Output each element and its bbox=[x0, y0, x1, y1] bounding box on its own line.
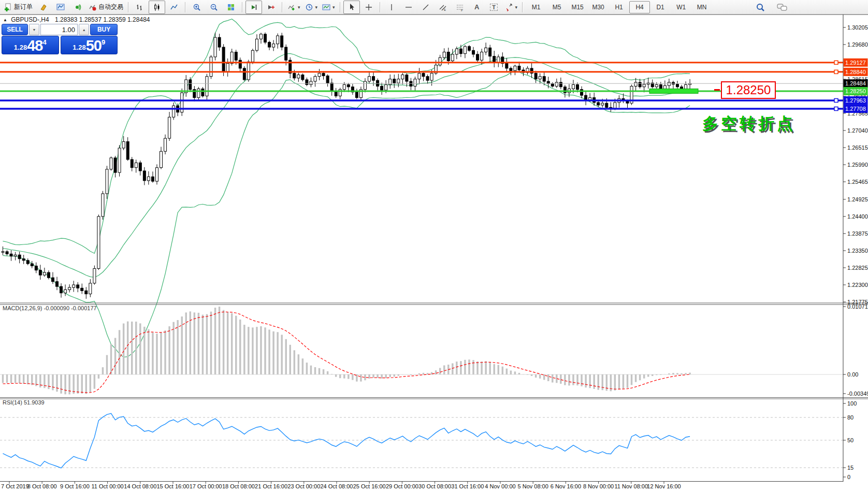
candle-body bbox=[385, 84, 387, 90]
candle-body bbox=[47, 272, 50, 278]
candle-body bbox=[135, 163, 137, 167]
sell-price-display[interactable]: 1.28 48 4 bbox=[2, 36, 59, 54]
time-label: 8 Oct 08:00 bbox=[27, 483, 57, 489]
candle-body bbox=[68, 287, 71, 290]
price-tag-label: 1.28840 bbox=[845, 69, 866, 75]
candle-body bbox=[230, 52, 233, 63]
candle-body bbox=[239, 60, 241, 68]
time-label: 7 Oct 2019 bbox=[1, 483, 29, 489]
volume-decrease-button[interactable]: ▼ bbox=[29, 24, 39, 35]
highlighted-line-segment[interactable] bbox=[649, 89, 698, 93]
time-label: 11 Oct 00:00 bbox=[92, 483, 124, 489]
candle-body bbox=[168, 117, 171, 138]
time-label: 4 Nov 00:00 bbox=[485, 483, 515, 489]
candle-body bbox=[572, 84, 574, 89]
candle-body bbox=[347, 84, 350, 86]
time-label: 8 Nov 00:00 bbox=[583, 483, 614, 489]
volume-input[interactable] bbox=[40, 24, 78, 35]
candle-body bbox=[235, 52, 237, 60]
price-tick-label: 1.23350 bbox=[847, 248, 868, 254]
candle-body bbox=[251, 50, 254, 62]
candle-body bbox=[155, 168, 158, 181]
volume-increase-button[interactable]: ▲ bbox=[79, 24, 89, 35]
chinese-annotation[interactable]: 多空转折点 bbox=[702, 113, 795, 135]
candle-body bbox=[43, 272, 46, 275]
candle-body bbox=[164, 138, 167, 151]
candle-body bbox=[555, 82, 558, 86]
candle-body bbox=[285, 47, 287, 60]
rsi-axis-label: 80 bbox=[847, 414, 853, 421]
candle-body bbox=[451, 54, 454, 61]
candle-body bbox=[410, 81, 412, 86]
candle-body bbox=[147, 177, 150, 181]
candle-body bbox=[110, 158, 112, 169]
price-tag-label: 1.28250 bbox=[845, 88, 866, 94]
macd-indicator-label: MACD(12,26,9) -0.000090 -0.000177 bbox=[3, 305, 97, 311]
candle-body bbox=[326, 76, 329, 83]
one-click-trading-panel: SELL ▼ ▲ BUY 1.28 48 4 1.28 50 9 bbox=[2, 24, 118, 54]
candle-body bbox=[102, 194, 104, 216]
price-tick-label: 1.27040 bbox=[847, 127, 868, 134]
sell-price-base: 1.28 bbox=[14, 44, 27, 51]
candle-body bbox=[443, 52, 445, 57]
candle-body bbox=[543, 77, 545, 81]
candle-body bbox=[659, 84, 662, 89]
candle-body bbox=[139, 163, 141, 171]
candle-body bbox=[534, 73, 537, 79]
candle-body bbox=[306, 80, 308, 84]
candle-body bbox=[676, 84, 678, 87]
candle-body bbox=[597, 103, 600, 105]
candle-body bbox=[39, 270, 41, 275]
candle-body bbox=[655, 84, 658, 86]
candle-body bbox=[585, 95, 587, 100]
time-label: 14 Oct 08:00 bbox=[124, 483, 156, 489]
candle-body bbox=[89, 283, 92, 294]
time-label: 31 Oct 16:00 bbox=[451, 483, 484, 489]
rsi-axis-label: 15 bbox=[847, 465, 853, 471]
candle-body bbox=[297, 75, 300, 78]
candle-body bbox=[131, 160, 133, 168]
candle-body bbox=[318, 73, 321, 76]
candle-body bbox=[122, 141, 125, 148]
candle-body bbox=[551, 83, 554, 86]
price-tick-label: 1.22300 bbox=[847, 282, 868, 288]
candle-body bbox=[60, 286, 63, 293]
candle-body bbox=[514, 66, 516, 71]
rsi-axis-label: 0 bbox=[847, 474, 850, 480]
candle-body bbox=[601, 103, 604, 105]
candle-body bbox=[31, 264, 33, 266]
candle-body bbox=[126, 141, 129, 160]
buy-price-display[interactable]: 1.28 50 9 bbox=[61, 36, 118, 54]
candle-body bbox=[26, 261, 29, 264]
line-handle bbox=[834, 70, 838, 74]
candle-body bbox=[268, 42, 271, 47]
candle-body bbox=[293, 73, 296, 78]
buy-button[interactable]: BUY bbox=[90, 24, 118, 35]
time-label: 12 Nov 16:00 bbox=[647, 483, 681, 489]
candle-body bbox=[255, 39, 258, 50]
candle-body bbox=[197, 89, 200, 98]
price-callout-box[interactable]: 1.28250 bbox=[721, 81, 776, 99]
rsi-axis-label: 100 bbox=[847, 400, 857, 407]
price-tick-label: 1.23875 bbox=[847, 230, 868, 237]
symbol-info[interactable]: ▲ GBPUSD-,H4 1.28383 1.28537 1.28359 1.2… bbox=[3, 16, 150, 23]
candle-body bbox=[114, 158, 117, 172]
candle-body bbox=[259, 34, 262, 39]
candle-body bbox=[247, 62, 250, 80]
collapse-triangle-icon[interactable]: ▲ bbox=[3, 18, 7, 22]
macd-axis-label: 0.00 bbox=[847, 371, 858, 378]
candle-body bbox=[172, 106, 175, 117]
price-tick-label: 1.21775 bbox=[847, 299, 868, 305]
candle-body bbox=[368, 77, 371, 81]
candle-body bbox=[422, 73, 425, 76]
sell-button[interactable]: SELL bbox=[2, 24, 28, 35]
time-label: 15 Oct 16:00 bbox=[157, 483, 190, 489]
price-tick-label: 1.22825 bbox=[847, 265, 868, 271]
time-label: 18 Oct 08:00 bbox=[222, 483, 255, 489]
candle-body bbox=[143, 171, 146, 181]
time-label: 25 Oct 16:00 bbox=[353, 483, 386, 489]
candle-body bbox=[14, 255, 17, 256]
candle-body bbox=[634, 82, 637, 86]
price-tick-label: 1.29680 bbox=[847, 41, 868, 48]
time-label: 21 Oct 16:00 bbox=[255, 483, 287, 489]
